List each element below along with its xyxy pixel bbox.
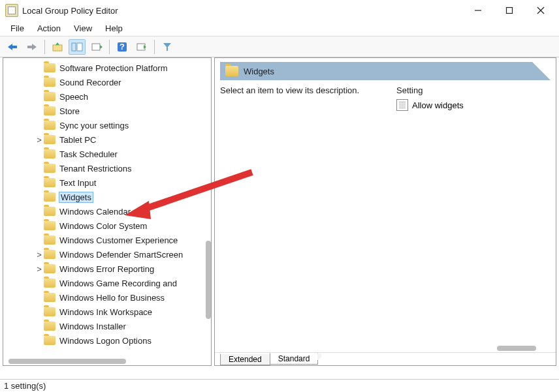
toolbar: ? <box>0 37 559 57</box>
tree-node[interactable]: Software Protection Platform <box>3 61 206 75</box>
tree-node-label: Windows Color System <box>59 221 147 231</box>
toolbar-sep <box>44 40 45 54</box>
tree-node[interactable]: Windows Customer Experience <box>3 233 206 247</box>
svg-marker-13 <box>100 45 103 49</box>
tree-node-label: Windows Game Recording and <box>59 279 177 288</box>
svg-text:?: ? <box>120 42 125 52</box>
tree-node[interactable]: Sound Recorder <box>3 75 206 89</box>
tree-node-label: Windows Error Reporting <box>59 264 154 274</box>
window-title: Local Group Policy Editor <box>22 6 462 16</box>
tree-node[interactable]: Windows Ink Workspace <box>3 305 206 319</box>
tree-node[interactable]: Windows Calendar <box>3 204 206 219</box>
tree-node[interactable]: >Windows Error Reporting <box>3 262 206 276</box>
menu-help[interactable]: Help <box>99 22 129 35</box>
tree-node-label: Windows Customer Experience <box>59 235 178 245</box>
tree-node[interactable]: Task Scheduler <box>3 147 206 161</box>
tab-standard[interactable]: Standard <box>270 353 319 365</box>
folder-icon <box>44 78 56 87</box>
app-icon <box>5 4 18 17</box>
menu-action[interactable]: Action <box>31 22 67 35</box>
tree-node[interactable]: Windows Game Recording and <box>3 276 206 290</box>
menu-bar: File Action View Help <box>0 21 559 37</box>
tree-node[interactable]: Sync your settings <box>3 118 206 132</box>
setting-row[interactable]: Allow widgets <box>396 99 551 111</box>
tree-node-label: Text Input <box>59 178 96 188</box>
toolbar-sep <box>154 40 155 54</box>
folder-icon <box>44 192 56 202</box>
tree-node-label: Windows Hello for Business <box>59 293 165 303</box>
tree-node[interactable]: Windows Hello for Business <box>3 290 206 305</box>
details-header: Widgets <box>220 62 551 80</box>
folder-icon <box>44 307 56 316</box>
svg-rect-7 <box>27 46 33 48</box>
tree-node-label: Sync your settings <box>59 121 129 130</box>
svg-marker-9 <box>56 42 59 45</box>
folder-icon <box>44 106 56 115</box>
nav-forward-button[interactable] <box>24 39 40 55</box>
setting-label: Allow widgets <box>412 100 464 110</box>
tree-node-label: Windows Logon Options <box>59 336 152 346</box>
svg-marker-6 <box>32 44 37 50</box>
tree-node[interactable]: Store <box>3 104 206 118</box>
tree-node[interactable]: Windows Installer <box>3 319 206 333</box>
tree-vertical-scrollbar[interactable] <box>206 241 211 319</box>
tree-node-label: Widgets <box>59 192 93 202</box>
folder-icon <box>44 250 56 259</box>
details-horizontal-scrollbar[interactable] <box>497 346 536 351</box>
maximize-button[interactable] <box>494 1 525 20</box>
tree-horizontal-scrollbar[interactable] <box>8 359 126 364</box>
filter-button[interactable] <box>159 39 176 55</box>
tree-node-label: Software Protection Platform <box>59 63 167 73</box>
nav-back-button[interactable] <box>4 39 21 55</box>
folder-icon <box>44 207 56 216</box>
tree-node[interactable]: Windows Color System <box>3 219 206 233</box>
expand-toggle[interactable]: > <box>35 264 44 274</box>
expand-toggle[interactable]: > <box>35 250 44 260</box>
svg-rect-12 <box>92 44 100 50</box>
menu-view[interactable]: View <box>67 22 99 35</box>
settings-column-header[interactable]: Setting <box>396 85 551 95</box>
tree-node-label: Tenant Restrictions <box>59 164 132 173</box>
svg-marker-18 <box>163 43 171 51</box>
folder-icon <box>44 149 56 158</box>
tree-node[interactable]: Windows Logon Options <box>3 333 206 348</box>
folder-icon <box>44 264 56 273</box>
tree-node[interactable]: >Windows Defender SmartScreen <box>3 247 206 262</box>
tree-node[interactable]: Text Input <box>3 175 206 190</box>
tree-node[interactable]: Widgets <box>3 190 206 204</box>
details-title: Widgets <box>244 67 274 76</box>
svg-rect-5 <box>12 46 17 48</box>
tree-node-label: Windows Installer <box>59 322 126 331</box>
toolbar-sep <box>109 40 110 54</box>
minimize-button[interactable] <box>462 1 494 20</box>
policy-icon <box>396 99 408 111</box>
svg-rect-1 <box>507 8 513 14</box>
up-folder-button[interactable] <box>49 39 66 55</box>
menu-file[interactable]: File <box>4 22 31 35</box>
tree-node[interactable]: Speech <box>3 89 206 104</box>
tree-node-label: Windows Ink Workspace <box>59 307 152 317</box>
tree-node-label: Windows Calendar <box>59 207 131 217</box>
tree-node-label: Store <box>59 106 80 116</box>
details-panel: Widgets Select an item to view its descr… <box>214 57 556 366</box>
tree-node-label: Tablet PC <box>59 135 96 145</box>
tree-node-label: Task Scheduler <box>59 149 118 159</box>
export-list-button[interactable] <box>88 39 105 55</box>
folder-icon <box>44 178 56 187</box>
properties-button[interactable] <box>133 39 150 55</box>
show-tree-button[interactable] <box>69 39 86 55</box>
tree-node[interactable]: Tenant Restrictions <box>3 161 206 175</box>
folder-icon <box>44 279 56 288</box>
tree-panel: Software Protection PlatformSound Record… <box>3 57 212 366</box>
tab-extended[interactable]: Extended <box>220 354 270 365</box>
status-bar: 1 setting(s) <box>0 379 559 392</box>
svg-rect-11 <box>77 43 82 51</box>
folder-icon <box>44 235 56 245</box>
tree-node[interactable]: >Tablet PC <box>3 132 206 147</box>
folder-icon <box>44 336 56 345</box>
folder-icon <box>44 135 56 144</box>
help-button[interactable]: ? <box>114 39 131 55</box>
close-button[interactable] <box>525 1 556 20</box>
svg-rect-8 <box>53 45 62 51</box>
expand-toggle[interactable]: > <box>35 135 44 145</box>
